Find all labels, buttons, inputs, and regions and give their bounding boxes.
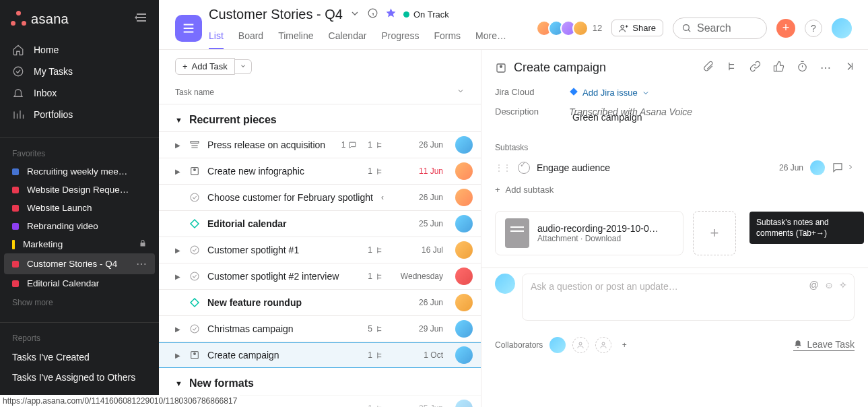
nav-home[interactable]: Home <box>0 39 159 61</box>
emoji-icon[interactable]: ☺ <box>824 280 834 290</box>
collaborator-placeholder[interactable] <box>572 337 589 353</box>
task-row[interactable]: New feature roundup 26 Jun <box>159 289 481 315</box>
quick-add-button[interactable]: + <box>776 19 795 38</box>
assignee-avatar[interactable] <box>455 346 473 364</box>
expand-icon[interactable]: ▶ <box>175 352 182 359</box>
task-row[interactable]: ▶ Customer spotlight #1 1 16 Jul <box>159 237 481 263</box>
add-subtask-button[interactable]: + Add subtask <box>481 179 868 204</box>
status-pill[interactable]: On Track <box>403 9 449 20</box>
tab-progress[interactable]: Progress <box>381 26 419 49</box>
add-collaborator-icon[interactable]: + <box>618 339 630 351</box>
collaborator-placeholder[interactable] <box>595 337 611 353</box>
task-check-icon[interactable] <box>189 244 201 256</box>
subtask-details-icon[interactable] <box>832 161 844 175</box>
leave-task-button[interactable]: Leave Task <box>793 339 855 351</box>
assignee-avatar[interactable] <box>455 136 473 154</box>
nav-my-tasks[interactable]: My Tasks <box>0 61 159 82</box>
tab-more[interactable]: More… <box>475 26 506 49</box>
milestone-icon[interactable] <box>189 296 201 309</box>
assignee-avatar[interactable] <box>455 189 473 206</box>
attachment-card[interactable]: audio-recording-2019-10-0… Attachment · … <box>495 211 683 255</box>
show-more-link[interactable]: Show more <box>0 292 159 318</box>
assignee-avatar[interactable] <box>455 162 473 180</box>
help-button[interactable]: ? <box>805 20 822 37</box>
assignee-avatar[interactable] <box>455 241 473 259</box>
fav-item-marketing[interactable]: Marketing <box>0 235 159 253</box>
section-new-formats[interactable]: ▼ New formats <box>159 368 481 395</box>
tab-timeline[interactable]: Timeline <box>278 26 313 49</box>
assignee-avatar[interactable] <box>455 294 473 311</box>
milestone-icon[interactable] <box>189 218 201 230</box>
collaborator-avatar[interactable] <box>549 337 566 353</box>
subtask-avatar[interactable] <box>810 160 825 175</box>
subtask-check-icon[interactable] <box>518 162 530 174</box>
tab-list[interactable]: List <box>209 26 224 49</box>
nav-inbox[interactable]: Inbox <box>0 82 159 104</box>
task-row[interactable]: ▶ Christmas campaign 5 29 Jun <box>159 315 481 342</box>
col-caret-icon[interactable] <box>457 87 465 97</box>
description-body[interactable]: Green campaign <box>481 105 868 135</box>
add-jira-link[interactable]: Add Jira issue <box>582 88 650 98</box>
task-check-icon[interactable] <box>189 270 201 282</box>
subtask-date[interactable]: 26 Jun <box>779 163 803 173</box>
link-icon[interactable] <box>749 61 761 75</box>
nav-portfolios[interactable]: Portfolios <box>0 104 159 125</box>
expand-icon[interactable]: ▶ <box>175 273 182 280</box>
tab-calendar[interactable]: Calendar <box>329 26 367 49</box>
task-row[interactable]: ▶ Create new infographic 1 11 Jun <box>159 158 481 184</box>
expand-icon[interactable]: ▶ <box>175 142 182 149</box>
mention-icon[interactable]: @ <box>809 280 818 290</box>
task-check-icon[interactable] <box>189 191 201 204</box>
add-attachment-button[interactable]: + <box>693 211 736 255</box>
item-menu-icon[interactable]: ⋯ <box>136 257 147 270</box>
task-row[interactable]: ▶ Customer spotlight #2 interview 1 Wedn… <box>159 263 481 289</box>
assignee-avatar[interactable] <box>455 215 473 232</box>
assignee-avatar[interactable] <box>455 400 473 407</box>
star-icon[interactable] <box>385 7 397 22</box>
more-icon[interactable]: ⋯ <box>820 61 831 74</box>
task-row[interactable]: ▶ Press release on acquisition 1 1 26 Ju… <box>159 131 481 158</box>
task-row[interactable]: Choose customer for February spotlight ‹… <box>159 184 481 210</box>
expand-icon[interactable]: ▶ <box>175 168 182 175</box>
comment-input[interactable]: Ask a question or post an update… @ ☺ ✧ <box>522 274 855 321</box>
timer-icon[interactable] <box>797 61 808 75</box>
task-row[interactable]: Editorial calendar 25 Jun <box>159 210 481 237</box>
like-icon[interactable] <box>773 61 784 75</box>
report-created[interactable]: Tasks I've Created <box>0 347 159 367</box>
fav-item-rebranding[interactable]: Rebranding video <box>0 217 159 235</box>
fav-item-recruiting[interactable]: Recruiting weekly mee… <box>0 162 159 181</box>
tab-forms[interactable]: Forms <box>434 26 461 49</box>
subtask-expand-icon[interactable] <box>846 161 855 175</box>
subtask-row[interactable]: ⋮⋮ Engage audience 26 Jun <box>481 156 868 179</box>
task-row[interactable]: ▶ Create campaign 1 1 Oct <box>159 342 481 368</box>
info-icon[interactable] <box>367 7 378 22</box>
expand-icon[interactable]: ▶ <box>175 247 182 254</box>
assignee-avatar[interactable] <box>455 320 473 338</box>
fav-item-website-launch[interactable]: Website Launch <box>0 199 159 217</box>
collapse-sidebar-icon[interactable] <box>135 12 148 26</box>
report-assigned[interactable]: Tasks I've Assigned to Others <box>0 367 159 387</box>
project-icon[interactable] <box>175 15 202 42</box>
search-input[interactable]: Search <box>673 18 767 39</box>
fav-item-editorial[interactable]: Editorial Calendar <box>0 274 159 292</box>
add-task-button[interactable]: + Add Task <box>175 58 235 75</box>
fav-item-website-design[interactable]: Website Design Reque… <box>0 181 159 199</box>
project-title[interactable]: Customer Stories - Q4 <box>209 7 343 22</box>
add-task-caret[interactable] <box>235 59 252 74</box>
close-pane-icon[interactable] <box>843 61 855 75</box>
detail-task-title[interactable]: Create campaign <box>514 61 696 75</box>
drag-handle-icon[interactable]: ⋮⋮ <box>495 163 511 173</box>
attach-icon[interactable] <box>702 61 714 75</box>
assignee-avatar[interactable] <box>455 268 473 285</box>
tab-board[interactable]: Board <box>238 26 263 49</box>
task-check-icon[interactable] <box>189 323 201 335</box>
chevron-down-icon[interactable] <box>349 8 360 22</box>
share-button[interactable]: Share <box>611 20 663 36</box>
col-task-name[interactable]: Task name <box>175 88 214 97</box>
fav-item-customer-stories[interactable]: Customer Stories - Q4⋯ <box>4 253 155 274</box>
section-recurrent[interactable]: ▼ Recurrent pieces <box>159 104 481 131</box>
expand-icon[interactable]: ▶ <box>175 325 182 333</box>
members-avatars[interactable]: 12 <box>540 20 602 36</box>
star-outline-icon[interactable]: ✧ <box>839 280 847 290</box>
profile-avatar[interactable] <box>832 18 852 38</box>
